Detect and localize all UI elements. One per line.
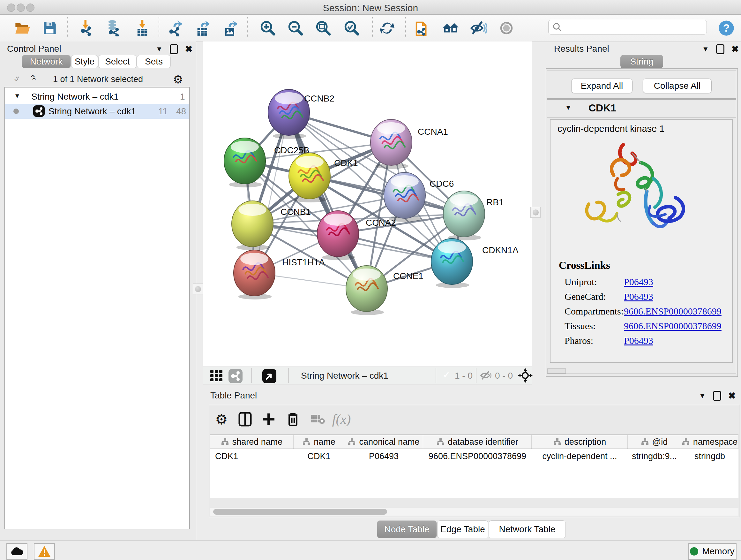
table-panel-tabs: Node TableEdge TableNetwork Table — [377, 520, 566, 538]
network-view-canvas[interactable]: CCNB2CCNA1CDC25BCDK1CDC6RB1CCNB1CCNA2CDK… — [203, 42, 532, 367]
table-panel-collapse-icon[interactable]: ▼ — [699, 392, 706, 400]
import-network-file-icon[interactable] — [77, 19, 95, 37]
results-panel-close-icon[interactable]: ✖ — [731, 44, 739, 54]
table-horizontal-scrollbar[interactable] — [210, 508, 738, 516]
fit-content-crosshair-icon[interactable] — [518, 368, 533, 384]
tab-select[interactable]: Select — [98, 55, 137, 68]
expand-all-button[interactable]: Expand All — [571, 78, 632, 93]
tab-node-table[interactable]: Node Table — [377, 520, 437, 538]
hidden-counter: 0 - 0 — [495, 371, 513, 381]
node-label-CCNA2: CCNA2 — [366, 218, 396, 228]
column-header-name[interactable]: name — [293, 435, 344, 449]
save-session-icon[interactable] — [41, 19, 59, 37]
control-panel-float-icon[interactable] — [170, 44, 178, 54]
memory-button[interactable]: Memory — [688, 543, 737, 560]
gene-card-scroll-stub[interactable] — [547, 368, 566, 374]
string-network-graph[interactable]: CCNB2CCNA1CDC25BCDK1CDC6RB1CCNB1CCNA2CDK… — [203, 42, 532, 367]
scrollbar-thumb[interactable] — [213, 509, 387, 515]
left-splitter-handle[interactable] — [193, 284, 203, 294]
network-view-toolbar: String Network – cdk1 1 - 0 0 - 0 — [203, 367, 532, 384]
search-input[interactable] — [562, 22, 697, 33]
column-header-at-id[interactable]: @id — [628, 435, 681, 449]
crosslink-link[interactable]: P06493 — [624, 335, 653, 346]
string-home-icon[interactable] — [442, 19, 460, 37]
table-cell: 9606.ENSP00000378699 — [423, 449, 532, 463]
cloud-status-button[interactable] — [6, 543, 27, 560]
zoom-in-icon[interactable] — [259, 19, 277, 37]
delete-table-icon[interactable] — [310, 411, 326, 428]
network-node-CCNA1[interactable]: CCNA1 — [370, 119, 448, 169]
network-share-view-icon[interactable] — [228, 369, 243, 385]
warning-icon — [38, 545, 51, 557]
refresh-icon[interactable] — [378, 19, 396, 37]
network-node-RB1[interactable]: RB1 — [443, 191, 503, 240]
collapse-all-button[interactable]: Collapse All — [643, 78, 712, 93]
toolbar-separator — [435, 368, 436, 383]
column-header-namespace[interactable]: namespace — [681, 435, 738, 449]
column-header-description[interactable]: description — [532, 435, 628, 449]
column-header-shared-name[interactable]: shared name — [210, 435, 293, 449]
network-options-gear-icon[interactable]: ⚙ — [173, 73, 183, 86]
zoom-out-icon[interactable] — [286, 19, 305, 37]
function-builder-icon[interactable]: f(x) — [333, 411, 350, 428]
crosslink-link[interactable]: 9606.ENSP00000378699 — [624, 306, 722, 317]
column-header-database-identifier[interactable]: database identifier — [423, 435, 532, 449]
gene-collapse-icon[interactable]: ▼ — [565, 104, 572, 112]
crosslink-link[interactable]: P06493 — [624, 276, 653, 287]
network-row-selected[interactable]: String Network – cdk1 11 48 — [5, 104, 189, 119]
table-cell: P06493 — [344, 449, 423, 463]
export-table-icon[interactable] — [194, 19, 212, 37]
tab-sets[interactable]: Sets — [137, 55, 171, 68]
group-collapse-icon[interactable]: ▼ — [14, 92, 20, 100]
toolbar-separator — [158, 17, 159, 38]
network-group-row[interactable]: ▼ String Network – cdk1 1 — [5, 89, 189, 104]
show-columns-icon[interactable] — [237, 411, 253, 428]
table-settings-gear-icon[interactable]: ⚙ — [213, 411, 230, 428]
zoom-fit-icon[interactable] — [314, 19, 332, 37]
enhanced-labels-hide-icon[interactable] — [469, 19, 487, 37]
string-document-icon[interactable] — [413, 19, 431, 37]
results-tab-string[interactable]: String — [620, 55, 663, 68]
network-node-CCNB2[interactable]: CCNB2 — [268, 89, 334, 139]
crosslink-link[interactable]: 9606.ENSP00000378699 — [624, 320, 722, 331]
tab-edge-table[interactable]: Edge Table — [437, 520, 488, 538]
crosslink-label: Tissues: — [559, 320, 624, 331]
import-network-database-icon[interactable] — [105, 19, 123, 37]
node-label-HIST1H1A: HIST1H1A — [282, 257, 325, 267]
export-network-icon[interactable] — [166, 19, 185, 37]
network-selected-status: 1 of 1 Network selected — [0, 74, 196, 84]
table-panel-close-icon[interactable]: ✖ — [728, 390, 736, 401]
gene-card-header[interactable]: ▼ CDK1 — [547, 100, 736, 118]
column-header-canonical-name[interactable]: canonical name — [344, 435, 423, 449]
network-node-CCNE1[interactable]: CCNE1 — [346, 266, 423, 315]
show-glass-ball-icon[interactable] — [497, 19, 515, 37]
control-panel-close-icon[interactable]: ✖ — [185, 44, 192, 54]
gene-card-body: cyclin-dependent kinase 1 — [550, 119, 733, 363]
hidden-nodes-icon[interactable] — [480, 370, 492, 382]
import-table-file-icon[interactable] — [133, 19, 151, 37]
network-node-CCNA2[interactable]: CCNA2 — [317, 211, 396, 260]
crosslink-link[interactable]: P06493 — [624, 291, 653, 302]
results-panel-float-icon[interactable] — [716, 44, 724, 54]
network-row-label: String Network – cdk1 — [49, 106, 136, 117]
zoom-selected-icon[interactable] — [343, 19, 360, 37]
grid-view-icon[interactable] — [210, 369, 224, 384]
control-panel-collapse-icon[interactable]: ▼ — [156, 45, 163, 53]
export-image-icon[interactable] — [222, 19, 240, 37]
open-session-icon[interactable] — [13, 19, 31, 37]
column-header-label: namespace — [693, 437, 738, 447]
birds-eye-view-icon[interactable] — [262, 369, 277, 385]
network-node-HIST1H1A[interactable]: HIST1H1A — [233, 250, 325, 300]
tab-style[interactable]: Style — [71, 55, 98, 68]
tab-network[interactable]: Network — [22, 55, 71, 68]
help-icon[interactable]: ? — [718, 19, 735, 37]
results-panel-collapse-icon[interactable]: ▼ — [702, 45, 709, 53]
table-row[interactable]: CDK1CDK1P064939606.ENSP00000378699cyclin… — [210, 449, 738, 463]
warning-status-button[interactable] — [34, 543, 55, 560]
table-panel-float-icon[interactable] — [713, 391, 721, 401]
tab-network-table[interactable]: Network Table — [488, 520, 566, 538]
network-node-CDKN1A[interactable]: CDKN1A — [431, 239, 519, 288]
delete-column-icon[interactable] — [285, 411, 301, 428]
right-splitter-handle[interactable] — [530, 207, 541, 218]
add-column-icon[interactable] — [260, 411, 277, 428]
